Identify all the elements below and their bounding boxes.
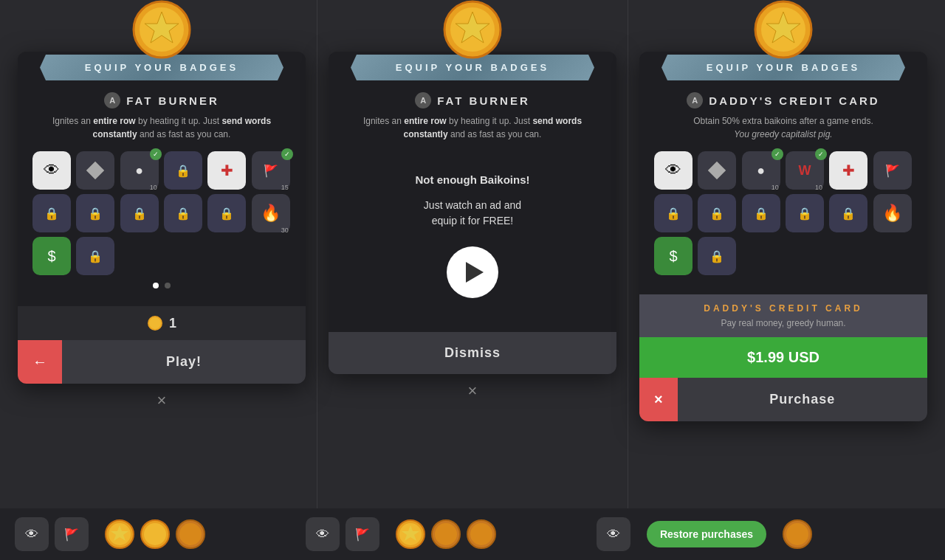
play-triangle-icon: [466, 262, 484, 283]
cancel-purchase-button[interactable]: ×: [639, 378, 678, 421]
badge-desc-1: Ignites an entire row by heating it up. …: [32, 114, 291, 141]
badge-flame-3[interactable]: 🔥: [873, 194, 912, 232]
badge-cross[interactable]: ✚: [207, 151, 246, 190]
bottom-coin-2: [140, 519, 170, 549]
badge-lock-3[interactable]: 🔒: [76, 194, 114, 232]
watch-ad-text: Just watch an ad andequip it for FREE!: [358, 198, 587, 229]
close-row-2: ×: [468, 374, 478, 405]
badge-lock-5[interactable]: 🔒: [164, 194, 202, 232]
svg-point-26: [470, 523, 492, 545]
badge-flag-checked[interactable]: 🚩 ✓ 15: [252, 151, 290, 190]
bottom-coin-3: [176, 519, 205, 549]
bottom-bar: 👁 🚩 👁 🚩 👁 Restor: [0, 508, 945, 560]
bottom-coin-4: [396, 519, 425, 549]
badge-lock-3f[interactable]: 🔒: [698, 237, 736, 275]
main-area: EQUIP YOUR BADGES A FAT BURNER Ignites a…: [0, 0, 945, 508]
card-body-3: A DADDY'S CREDIT CARD Obtain 50% extra b…: [639, 80, 927, 294]
purchase-section: DADDY'S CREDIT CARD Pay real money, gree…: [639, 294, 927, 337]
purchase-button[interactable]: Purchase: [678, 378, 927, 421]
gold-coin-icon-2: [443, 0, 502, 59]
gold-coin-icon-3: [754, 0, 813, 59]
svg-marker-3: [86, 162, 104, 179]
badge-grid-1: 👁 ● ✓ 10 🔒 ✚: [32, 151, 291, 275]
badge-check-1: ✓: [150, 148, 162, 160]
badge-desc-3: Obtain 50% extra baikoins after a game e…: [654, 114, 913, 141]
close-button-1[interactable]: ×: [157, 391, 167, 410]
card-body-2: A FAT BURNER Ignites an entire row by he…: [329, 80, 616, 332]
badge-letter-3: A: [687, 92, 703, 108]
badge-check-flag: ✓: [281, 148, 293, 160]
header-text-2: EQUIP YOUR BADGES: [396, 62, 549, 73]
panel-2: EQUIP YOUR BADGES A FAT BURNER Ignites a…: [317, 0, 628, 405]
badge-flame[interactable]: 🔥 30: [252, 194, 290, 232]
svg-marker-12: [708, 162, 726, 179]
badge-dollar-3[interactable]: $: [654, 237, 693, 275]
badge-name-3: DADDY'S CREDIT CARD: [709, 94, 879, 107]
svg-point-5: [149, 317, 161, 329]
bottom-icon-eye-2: 👁: [306, 517, 340, 551]
purchase-row: × Purchase: [639, 378, 927, 421]
badge-cross-3[interactable]: ✚: [829, 151, 867, 190]
bottom-coin-5: [431, 519, 461, 549]
badge-name-1: FAT BURNER: [126, 94, 219, 107]
badge-title-row-3: A DADDY'S CREDIT CARD: [654, 92, 913, 108]
badge-checked-1[interactable]: ● ✓ 10: [120, 151, 159, 190]
bottom-icon-flag-1: 🚩: [55, 517, 89, 551]
badge-lock-3a[interactable]: 🔒: [654, 194, 693, 232]
dot-active-1: [153, 283, 159, 288]
not-enough-title: Not enough Baikoins!: [358, 173, 587, 186]
gold-coin-icon-1: [132, 0, 191, 59]
badge-lock-3e[interactable]: 🔒: [829, 194, 867, 232]
svg-point-19: [179, 523, 202, 545]
badge-lock-6[interactable]: 🔒: [207, 194, 246, 232]
badge-title-row-1: A FAT BURNER: [32, 92, 291, 108]
badge-eye[interactable]: 👁: [32, 151, 71, 190]
purchase-desc: Pay real money, greedy human.: [651, 318, 915, 328]
play-ad-button[interactable]: [447, 246, 498, 298]
svg-point-24: [435, 523, 457, 545]
small-coin-1: [147, 315, 163, 331]
badge-lock-3c[interactable]: 🔒: [742, 194, 780, 232]
dots-row-1: [32, 283, 291, 288]
badge-eye-3[interactable]: 👁: [654, 151, 693, 190]
badge-check-w: ✓: [815, 148, 827, 160]
badge-lock-4[interactable]: 🔒: [120, 194, 159, 232]
badge-w-checked[interactable]: W ✓ 10: [786, 151, 824, 190]
badge-diamond[interactable]: [76, 151, 114, 190]
header-text-3: EQUIP YOUR BADGES: [707, 62, 860, 73]
badge-flag-3[interactable]: 🚩: [873, 151, 912, 190]
badge-title-row-2: A FAT BURNER: [343, 92, 602, 108]
badge-letter-1: A: [104, 92, 120, 108]
dismiss-button[interactable]: Dismiss: [329, 332, 616, 374]
card-body-1: A FAT BURNER Ignites an entire row by he…: [18, 80, 306, 306]
badge-lock-3d[interactable]: 🔒: [786, 194, 824, 232]
bottom-icon-eye-3: 👁: [597, 517, 630, 551]
panel-1: EQUIP YOUR BADGES A FAT BURNER Ignites a…: [7, 0, 317, 415]
close-row-1: ×: [157, 384, 167, 415]
badge-diamond-3[interactable]: [698, 151, 736, 190]
price-button[interactable]: $1.99 USD: [639, 337, 927, 378]
card-1: EQUIP YOUR BADGES A FAT BURNER Ignites a…: [18, 52, 306, 384]
bottom-coin-6: [467, 519, 496, 549]
card-2: EQUIP YOUR BADGES A FAT BURNER Ignites a…: [329, 52, 616, 374]
badge-name-2: FAT BURNER: [437, 94, 530, 107]
badge-letter-2: A: [415, 92, 431, 108]
restore-purchases-button[interactable]: Restore purchases: [647, 521, 766, 547]
card-3: EQUIP YOUR BADGES A DADDY'S CREDIT CARD …: [639, 52, 927, 421]
bottom-coin-7: [783, 519, 812, 549]
close-button-2[interactable]: ×: [468, 381, 478, 401]
badge-lock-7[interactable]: 🔒: [76, 237, 114, 275]
badge-grid-3: 👁 ● ✓ 10 W ✓ 10: [654, 151, 913, 275]
badge-lock-3b[interactable]: 🔒: [698, 194, 736, 232]
svg-point-28: [786, 523, 808, 545]
panel-3: EQUIP YOUR BADGES A DADDY'S CREDIT CARD …: [628, 0, 938, 421]
play-button-1[interactable]: Play!: [62, 340, 306, 384]
badge-lock-2[interactable]: 🔒: [32, 194, 71, 232]
badge-lock-1[interactable]: 🔒: [164, 151, 202, 190]
badge-checked-3[interactable]: ● ✓ 10: [742, 151, 780, 190]
badge-dollar[interactable]: $: [32, 237, 71, 275]
header-text-1: EQUIP YOUR BADGES: [85, 62, 238, 73]
bottom-buttons-1: ← Play!: [18, 340, 306, 384]
back-button-1[interactable]: ←: [18, 340, 62, 384]
coins-count-1: 1: [169, 316, 176, 331]
